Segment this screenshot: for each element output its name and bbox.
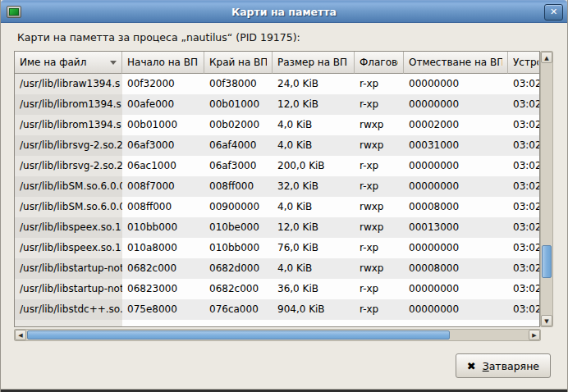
table-row[interactable]: /usr/lib/libraw1394.s00f3200000f3800024,… <box>15 74 539 94</box>
column-header-label: Начало на ВП <box>127 52 199 73</box>
table-cell: rwxp <box>355 197 404 217</box>
table-row[interactable]: /usr/lib/libstartup-not068230000682c0003… <box>15 279 539 299</box>
table-cell: 0682d000 <box>204 258 273 279</box>
scroll-down-button[interactable]: ▼ <box>541 315 552 326</box>
column-header-label: Край на ВП <box>209 52 267 73</box>
table-cell: 36,0 KiB <box>273 279 355 299</box>
table-cell: 03:02 <box>508 176 540 197</box>
table-cell: 06823000 <box>122 279 204 299</box>
scroll-right-button[interactable]: ▶ <box>529 330 540 340</box>
scroll-left-button[interactable]: ◀ <box>15 330 26 340</box>
table-cell: 03:02 <box>508 74 540 94</box>
table-cell: 03:02 <box>508 115 540 135</box>
column-header-2[interactable]: Начало на ВП <box>122 52 204 74</box>
table-cell: 00000000 <box>404 176 508 197</box>
column-header-label: Размер на ВП <box>277 52 349 73</box>
table-cell: 06af4000 <box>204 135 273 156</box>
table-row[interactable]: /usr/lib/librom1394.s00b0100000b020004,0… <box>15 115 539 135</box>
arrow-left-icon: ◀ <box>18 332 22 339</box>
table-filler-cell <box>508 320 540 327</box>
table-cell: 4,0 KiB <box>273 258 355 279</box>
table-header-row: Име на файлНачало на ВПКрай на ВПРазмер … <box>15 52 539 74</box>
column-header-6[interactable]: Отместване на ВП <box>404 52 508 74</box>
table-cell: /usr/lib/libspeex.so.1 <box>15 238 122 258</box>
table-filler-cell <box>122 320 204 327</box>
table-cell: 06af3000 <box>122 135 204 156</box>
table-cell: 00031000 <box>404 135 508 156</box>
table-cell: /usr/lib/libspeex.so.1 <box>15 217 122 238</box>
table-cell: 12,0 KiB <box>273 217 355 238</box>
table-cell: 008f7000 <box>122 176 204 197</box>
column-header-7[interactable]: Устройство <box>508 52 540 74</box>
table-cell: 010be000 <box>204 217 273 238</box>
table-cell: r-xp <box>355 94 404 115</box>
table-cell: 03:02 <box>508 258 540 279</box>
close-icon: ✕ <box>550 7 557 17</box>
treeview: Име на файлНачало на ВПКрай на ВПРазмер … <box>14 51 540 327</box>
table-cell: 4,0 KiB <box>273 115 355 135</box>
memory-maps-table: Име на файлНачало на ВПКрай на ВПРазмер … <box>14 51 553 340</box>
table-cell: 4,0 KiB <box>273 135 355 156</box>
table-cell: 076ca000 <box>204 299 273 320</box>
table-cell: 010bb000 <box>122 217 204 238</box>
table-cell: rwxp <box>355 258 404 279</box>
table-cell: 200,0 KiB <box>273 156 355 176</box>
vertical-scrollbar-thumb[interactable] <box>542 245 552 278</box>
table-cell: 03:02 <box>508 299 540 320</box>
table-cell: 00afe000 <box>122 94 204 115</box>
table-cell: 03:02 <box>508 238 540 258</box>
table-cell: /usr/lib/libstartup-not <box>15 279 122 299</box>
table-cell: 00f38000 <box>204 74 273 94</box>
table-row[interactable]: /usr/lib/libSM.so.6.0.0008f7000008ff0003… <box>15 176 539 197</box>
window-title: Карти на паметта <box>1 1 567 24</box>
table-cell: 00000000 <box>404 238 508 258</box>
column-header-label: Име на файл <box>20 52 107 73</box>
sort-indicator-icon <box>110 61 117 65</box>
table-cell: 00900000 <box>204 197 273 217</box>
table-cell: 075e8000 <box>122 299 204 320</box>
close-button-label: Затваряне <box>483 360 539 372</box>
table-filler-cell <box>404 320 508 327</box>
table-cell: r-xp <box>355 299 404 320</box>
horizontal-scrollbar-thumb[interactable] <box>27 330 450 340</box>
table-cell: r-xp <box>355 279 404 299</box>
table-cell: 03:02 <box>508 156 540 176</box>
close-dialog-button[interactable]: ✖ Затваряне <box>456 353 551 378</box>
table-row[interactable]: /usr/lib/librom1394.s00afe00000b0100012,… <box>15 94 539 115</box>
table-cell: r-xp <box>355 238 404 258</box>
table-cell: rwxp <box>355 135 404 156</box>
table-cell: 00008000 <box>404 258 508 279</box>
titlebar[interactable]: Карти на паметта ✕ <box>1 0 567 23</box>
table-cell: 00000000 <box>404 156 508 176</box>
arrow-up-icon: ▲ <box>544 55 548 62</box>
table-row[interactable]: /usr/lib/libstartup-not0682c0000682d0004… <box>15 258 539 279</box>
window-close-button[interactable]: ✕ <box>544 4 563 21</box>
memory-maps-dialog: Карти на паметта ✕ Карти на паметта за п… <box>0 0 568 392</box>
table-cell: 03:02 <box>508 217 540 238</box>
table-cell: r-xp <box>355 176 404 197</box>
table-cell: 00000000 <box>404 74 508 94</box>
table-cell: /usr/lib/libSM.so.6.0.0 <box>15 197 122 217</box>
table-cell: 00000000 <box>404 279 508 299</box>
column-header-1[interactable]: Име на файл <box>15 52 122 74</box>
vertical-scrollbar[interactable]: ▲ ▼ <box>540 51 553 327</box>
table-cell: rwxp <box>355 217 404 238</box>
column-header-3[interactable]: Край на ВП <box>204 52 273 74</box>
table-row[interactable]: /usr/lib/libSM.so.6.0.0008ff000009000004… <box>15 197 539 217</box>
close-x-icon: ✖ <box>467 361 476 371</box>
column-header-4[interactable]: Размер на ВП <box>273 52 355 74</box>
table-cell: 03:02 <box>508 94 540 115</box>
table-cell: rwxp <box>355 115 404 135</box>
column-header-5[interactable]: Флагове <box>355 52 404 74</box>
table-cell: /usr/lib/libstartup-not <box>15 258 122 279</box>
table-row[interactable]: /usr/lib/libspeex.so.1010bb000010be00012… <box>15 217 539 238</box>
table-cell: 904,0 KiB <box>273 299 355 320</box>
table-row[interactable]: /usr/lib/librsvg-2.so.206ac100006af30002… <box>15 156 539 176</box>
scroll-up-button[interactable]: ▲ <box>541 52 552 63</box>
table-row[interactable]: /usr/lib/librsvg-2.so.206af300006af40004… <box>15 135 539 156</box>
table-row[interactable]: /usr/lib/libspeex.so.1010a8000010bb00076… <box>15 238 539 258</box>
horizontal-scrollbar[interactable]: ◀ ▶ <box>14 329 541 341</box>
table-cell: r-xp <box>355 74 404 94</box>
table-cell: 00b01000 <box>204 94 273 115</box>
table-row[interactable]: /usr/lib/libstdc++.so.075e8000076ca00090… <box>15 299 539 320</box>
